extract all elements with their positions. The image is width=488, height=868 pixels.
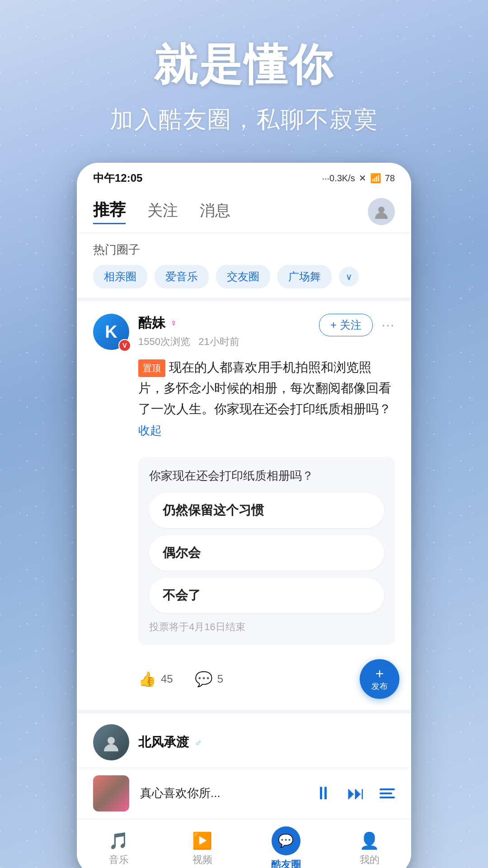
fab-container: + 发布 <box>360 659 399 699</box>
bottom-nav: 🎵 音乐 ▶️ 视频 💬 酷友圈 👤 我的 <box>77 819 411 868</box>
svg-point-1 <box>108 737 115 744</box>
svg-point-0 <box>378 207 385 213</box>
comment-action[interactable]: 💬 5 <box>195 670 223 688</box>
kuyouquan-nav-label: 酷友圈 <box>271 858 301 868</box>
poll-option-1[interactable]: 偶尔会 <box>149 535 384 571</box>
post-body: 现在的人都喜欢用手机拍照和浏览照片，多怀念小时候的相册，每次翻阅都像回看了一次人… <box>138 360 391 416</box>
hot-section-title: 热门圈子 <box>93 242 395 258</box>
music-nav-label: 音乐 <box>109 853 129 867</box>
fab-label: 发布 <box>371 681 388 692</box>
status-bar: 中午12:05 ···0.3K/s ✕ 📶 78 <box>77 163 411 191</box>
comment-icon: 💬 <box>195 670 213 688</box>
phone-mockup: 中午12:05 ···0.3K/s ✕ 📶 78 推荐 关注 消息 热门圈子 <box>77 163 411 868</box>
post-actions: + 关注 ··· <box>319 314 395 336</box>
nav-tabs: 推荐 关注 消息 <box>77 191 411 233</box>
post-header: K V 酷妹 ♀ 1550次浏览 21小时前 + 关注 <box>77 301 411 357</box>
user-name-row: 酷妹 ♀ <box>138 314 310 332</box>
post-views: 1550次浏览 <box>138 336 190 347</box>
like-count: 45 <box>161 673 173 685</box>
post-text: 置顶现在的人都喜欢用手机拍照和浏览照片，多怀念小时候的相册，每次翻阅都像回看了一… <box>138 360 391 437</box>
gender-icon: ♀ <box>170 317 178 329</box>
music-player: 真心喜欢你所... ⏸ ⏭ <box>77 768 411 819</box>
playlist-button[interactable] <box>380 788 395 798</box>
tab-message[interactable]: 消息 <box>200 200 230 223</box>
circles-expand-icon[interactable]: ∨ <box>339 267 359 287</box>
user-avatar[interactable]: K V <box>93 314 129 350</box>
music-nav-icon: 🎵 <box>108 831 129 850</box>
like-action[interactable]: 👍 45 <box>138 670 173 688</box>
poll-question: 你家现在还会打印纸质相册吗？ <box>149 468 384 484</box>
post-footer: 👍 45 💬 5 + 发布 <box>77 652 411 710</box>
poll-container: 你家现在还会打印纸质相册吗？ 仍然保留这个习惯 偶尔会 不会了 投票将于4月16… <box>138 457 395 645</box>
collapse-button[interactable]: 收起 <box>138 424 162 437</box>
pinned-tag: 置顶 <box>138 359 165 377</box>
circles-row: 相亲圈 爱音乐 交友圈 广场舞 ∨ <box>93 265 395 288</box>
music-thumbnail <box>93 775 129 811</box>
circle-tag-3[interactable]: 广场舞 <box>277 265 332 288</box>
network-icon: ✕ <box>359 173 366 184</box>
fab-plus-icon: + <box>375 666 384 681</box>
hot-section: 热门圈子 相亲圈 爱音乐 交友圈 广场舞 ∨ <box>77 233 411 301</box>
video-nav-label: 视频 <box>192 853 212 867</box>
circle-tag-1[interactable]: 爱音乐 <box>155 265 209 288</box>
next-track-button[interactable]: ⏭ <box>347 783 365 803</box>
user-meta: 1550次浏览 21小时前 <box>138 335 310 349</box>
publish-fab[interactable]: + 发布 <box>360 659 399 699</box>
post-time: 21小时前 <box>198 336 239 347</box>
user-info: 酷妹 ♀ 1550次浏览 21小时前 <box>138 314 310 349</box>
like-icon: 👍 <box>138 670 156 688</box>
battery-indicator: 78 <box>385 173 395 184</box>
nav-item-music[interactable]: 🎵 音乐 <box>77 831 160 867</box>
post-card: K V 酷妹 ♀ 1550次浏览 21小时前 + 关注 <box>77 301 411 710</box>
user-name: 酷妹 <box>138 314 165 332</box>
pause-button[interactable]: ⏸ <box>314 783 333 803</box>
more-options-button[interactable]: ··· <box>382 318 395 332</box>
poll-option-0[interactable]: 仍然保留这个习惯 <box>149 493 384 528</box>
poll-option-2[interactable]: 不会了 <box>149 578 384 613</box>
mine-nav-icon: 👤 <box>359 831 380 850</box>
avatar-letter: K <box>105 322 117 342</box>
post-content: 置顶现在的人都喜欢用手机拍照和浏览照片，多怀念小时候的相册，每次翻阅都像回看了一… <box>77 357 411 450</box>
nav-item-kuyouquan[interactable]: 💬 酷友圈 <box>244 826 328 868</box>
comment-count: 5 <box>217 673 223 685</box>
music-title: 真心喜欢你所... <box>140 785 304 801</box>
follow-button[interactable]: + 关注 <box>319 314 373 336</box>
circle-tag-2[interactable]: 交友圈 <box>216 265 270 288</box>
next-post-preview: 北风承渡 ♂ <box>77 710 411 768</box>
wifi-icon: 📶 <box>370 173 381 184</box>
nav-item-video[interactable]: ▶️ 视频 <box>160 831 244 867</box>
avatar-verified-badge: V <box>118 339 131 352</box>
next-gender-icon: ♂ <box>194 737 202 749</box>
kuyouquan-active-icon: 💬 <box>272 826 300 855</box>
mine-nav-label: 我的 <box>360 853 380 867</box>
network-status: ···0.3K/s <box>322 173 355 184</box>
tab-follow[interactable]: 关注 <box>147 200 178 223</box>
music-controls: ⏸ ⏭ <box>314 783 395 803</box>
tab-recommend[interactable]: 推荐 <box>93 199 126 224</box>
circle-tag-0[interactable]: 相亲圈 <box>93 265 147 288</box>
status-time: 中午12:05 <box>93 171 142 185</box>
hero-subtitle: 加入酷友圈，私聊不寂寞 <box>110 104 378 136</box>
poll-deadline: 投票将于4月16日结束 <box>149 620 384 634</box>
nav-item-mine[interactable]: 👤 我的 <box>328 831 411 867</box>
hero-title: 就是懂你 <box>154 36 334 95</box>
next-user-avatar[interactable] <box>93 724 129 760</box>
profile-avatar[interactable] <box>368 198 395 225</box>
next-user-info: 北风承渡 ♂ <box>138 734 202 751</box>
video-nav-icon: ▶️ <box>192 831 212 850</box>
next-user-name: 北风承渡 <box>138 735 189 749</box>
status-right: ···0.3K/s ✕ 📶 78 <box>322 173 395 184</box>
